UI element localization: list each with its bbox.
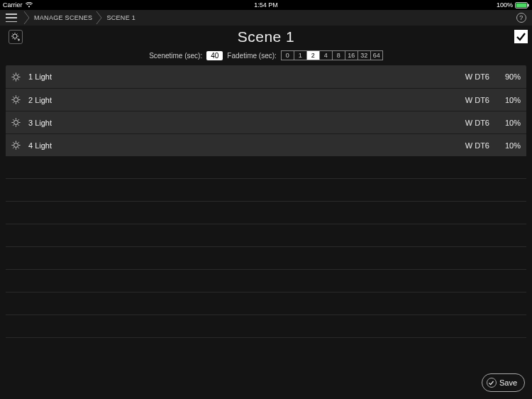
svg-line-28 (13, 97, 13, 97)
breadcrumb-item[interactable]: MANAGE SCENES (31, 14, 95, 21)
svg-line-46 (13, 142, 13, 143)
light-percent: 10% (497, 96, 521, 104)
fadetime-option[interactable]: 4 (319, 50, 332, 60)
fadetime-option[interactable]: 64 (370, 50, 383, 60)
svg-point-41 (14, 143, 18, 148)
light-percent: 90% (497, 72, 521, 81)
settings-row: Scenetime (sec): 40 Fadetime (sec): 0124… (0, 48, 532, 62)
checkmark-icon (487, 378, 497, 388)
breadcrumb: MANAGE SCENES SCENE 1 (23, 10, 138, 26)
scenetime-label: Scenetime (sec): (149, 52, 202, 60)
light-name: 1 Light (28, 72, 465, 81)
svg-line-31 (18, 97, 19, 97)
svg-line-22 (18, 74, 19, 75)
fadetime-segmented: 01248163264 (281, 50, 383, 60)
status-bar: Carrier 1:54 PM 100% (0, 0, 532, 10)
fadetime-option[interactable]: 16 (345, 50, 358, 60)
svg-line-39 (13, 125, 13, 126)
svg-rect-2 (528, 4, 529, 6)
light-percent: 10% (497, 141, 521, 150)
clock-label: 1:54 PM (254, 1, 278, 9)
empty-row (6, 315, 526, 338)
empty-row (6, 224, 526, 247)
svg-line-48 (13, 148, 13, 148)
svg-line-49 (18, 142, 19, 143)
light-type: W DT6 (465, 119, 489, 127)
light-icon (11, 72, 21, 82)
svg-line-38 (18, 125, 19, 126)
battery-pct-label: 100% (497, 1, 513, 9)
svg-line-8 (13, 34, 13, 35)
light-row[interactable]: 3 LightW DT610% (6, 111, 526, 133)
carrier-label: Carrier (3, 1, 23, 9)
svg-point-32 (14, 121, 18, 125)
fadetime-label: Fadetime (sec): (227, 52, 276, 60)
select-all-checkbox[interactable] (514, 30, 528, 43)
svg-line-9 (17, 38, 18, 39)
svg-line-29 (18, 102, 19, 103)
light-icon (11, 141, 21, 150)
title-bar: Scene 1 (0, 26, 532, 48)
hamburger-icon[interactable] (6, 13, 17, 22)
svg-rect-1 (516, 3, 527, 7)
empty-row (6, 270, 526, 293)
chevron-right-icon (23, 11, 31, 25)
breadcrumb-item[interactable]: SCENE 1 (104, 14, 138, 21)
fadetime-option[interactable]: 1 (294, 50, 306, 60)
svg-line-10 (13, 38, 13, 39)
svg-line-47 (18, 148, 19, 148)
page-title: Scene 1 (238, 28, 295, 45)
scenetime-value[interactable]: 40 (206, 51, 223, 60)
svg-line-37 (13, 119, 13, 120)
empty-row (6, 293, 526, 315)
help-icon[interactable]: ? (516, 13, 526, 23)
svg-point-3 (13, 34, 17, 38)
light-type: W DT6 (465, 96, 489, 104)
light-name: 2 Light (28, 96, 465, 104)
light-row[interactable]: 1 LightW DT690% (6, 65, 526, 88)
empty-row (6, 179, 526, 202)
light-row[interactable]: 2 LightW DT610% (6, 88, 526, 111)
fadetime-option[interactable]: 32 (358, 50, 370, 60)
chevron-right-icon (96, 11, 103, 25)
add-light-icon[interactable] (9, 30, 23, 44)
svg-line-11 (17, 34, 18, 35)
empty-row (6, 156, 526, 179)
svg-point-23 (14, 98, 18, 102)
light-row[interactable]: 4 LightW DT610% (6, 133, 526, 156)
nav-bar: MANAGE SCENES SCENE 1 ? (0, 10, 532, 26)
wifi-icon (26, 2, 33, 8)
save-button-label: Save (499, 378, 517, 387)
light-icon (11, 118, 21, 127)
light-name: 4 Light (28, 141, 465, 150)
svg-line-19 (13, 74, 13, 75)
svg-line-21 (13, 79, 13, 80)
empty-row (6, 247, 526, 270)
empty-row (6, 202, 526, 224)
save-button[interactable]: Save (482, 373, 525, 392)
light-percent: 10% (497, 119, 521, 127)
svg-point-14 (14, 75, 18, 79)
light-list: 1 LightW DT690%2 LightW DT610%3 LightW D… (0, 65, 532, 399)
svg-line-30 (13, 102, 13, 103)
light-icon (11, 95, 21, 104)
light-name: 3 Light (28, 119, 465, 127)
battery-icon (515, 2, 529, 9)
fadetime-option[interactable]: 2 (306, 50, 319, 60)
light-type: W DT6 (465, 141, 489, 150)
light-type: W DT6 (465, 72, 489, 81)
fadetime-option[interactable]: 8 (332, 50, 345, 60)
svg-line-40 (18, 119, 19, 120)
svg-line-20 (18, 79, 19, 80)
fadetime-option[interactable]: 0 (281, 50, 294, 60)
